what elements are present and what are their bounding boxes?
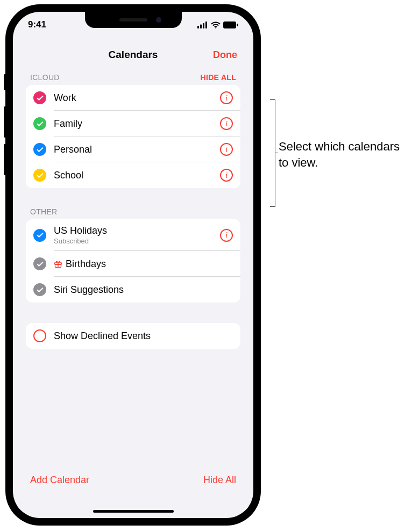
mute-switch[interactable] [4, 74, 6, 90]
calendar-label: Family [54, 118, 220, 130]
calendar-label: Personal [54, 144, 220, 155]
icloud-label: ICLOUD [30, 73, 60, 82]
phone-frame: 9:41 Calendars Done ICLOUD HIDE ALL Work [5, 4, 261, 526]
icloud-hide-all-button[interactable]: HIDE ALL [201, 73, 236, 82]
svg-rect-0 [197, 26, 199, 28]
callout-tick [275, 153, 278, 153]
info-icon[interactable]: i [220, 229, 233, 242]
sheet-background: Calendars Done ICLOUD HIDE ALL Work i Fa… [17, 38, 249, 512]
calendar-row-school[interactable]: School i [26, 162, 240, 188]
info-icon[interactable]: i [220, 169, 233, 182]
status-icons [197, 21, 238, 28]
done-button[interactable]: Done [213, 49, 237, 61]
info-icon[interactable]: i [220, 117, 233, 130]
calendar-subtitle: Subscribed [54, 237, 220, 245]
calendar-label: Birthdays [54, 258, 233, 270]
checkmark-icon [33, 143, 46, 156]
svg-rect-2 [203, 23, 204, 28]
wifi-icon [211, 21, 221, 28]
other-label: OTHER [30, 207, 58, 216]
calendar-row-personal[interactable]: Personal i [26, 136, 240, 162]
status-time: 9:41 [28, 19, 46, 30]
cellular-icon [197, 21, 208, 28]
sheet-header: Calendars Done [20, 41, 246, 69]
phone-screen: 9:41 Calendars Done ICLOUD HIDE ALL Work [13, 12, 253, 518]
calendar-label: Work [54, 92, 220, 104]
checkmark-icon [33, 283, 46, 296]
svg-rect-1 [200, 24, 202, 28]
svg-rect-5 [237, 24, 238, 26]
hide-all-button[interactable]: Hide All [203, 475, 236, 486]
declined-label: Show Declined Events [54, 330, 233, 342]
volume-down-button[interactable] [4, 144, 6, 175]
checkmark-icon [33, 169, 46, 182]
calendar-row-family[interactable]: Family i [26, 111, 240, 136]
checkmark-icon [33, 229, 46, 242]
info-icon[interactable]: i [220, 91, 233, 104]
calendar-label: US Holidays [54, 225, 220, 236]
volume-up-button[interactable] [4, 106, 6, 138]
checkmark-icon [33, 257, 46, 270]
unchecked-circle-icon [33, 329, 46, 342]
calendar-row-birthdays[interactable]: Birthdays [26, 251, 240, 277]
icloud-list: Work i Family i Personal i School i [26, 85, 240, 188]
calendar-row-holidays[interactable]: US Holidays Subscribed i [26, 219, 240, 251]
calendar-row-siri[interactable]: Siri Suggestions [26, 277, 240, 303]
svg-rect-4 [223, 21, 236, 28]
declined-list: Show Declined Events [26, 323, 240, 349]
checkmark-icon [33, 91, 46, 104]
callout-text: Select which calendars to view. [279, 139, 412, 170]
calendar-label: Siri Suggestions [54, 284, 233, 296]
info-icon[interactable]: i [220, 143, 233, 156]
svg-rect-3 [205, 21, 207, 28]
add-calendar-button[interactable]: Add Calendar [30, 475, 89, 486]
sheet-title: Calendars [109, 49, 158, 61]
gift-icon [54, 260, 62, 268]
calendar-label: School [54, 170, 220, 181]
other-section-header: OTHER [20, 203, 246, 219]
battery-icon [223, 21, 238, 28]
calendar-row-work[interactable]: Work i [26, 85, 240, 111]
notch [85, 12, 182, 28]
show-declined-row[interactable]: Show Declined Events [26, 323, 240, 349]
icloud-section-header: ICLOUD HIDE ALL [20, 69, 246, 85]
sheet-footer: Add Calendar Hide All [20, 466, 246, 508]
home-indicator[interactable] [93, 510, 174, 513]
power-button[interactable] [258, 136, 261, 190]
checkmark-icon [33, 117, 46, 130]
calendars-sheet: Calendars Done ICLOUD HIDE ALL Work i Fa… [20, 41, 246, 508]
other-list: US Holidays Subscribed i Birthdays Siri … [26, 219, 240, 303]
callout-bracket [262, 99, 275, 207]
